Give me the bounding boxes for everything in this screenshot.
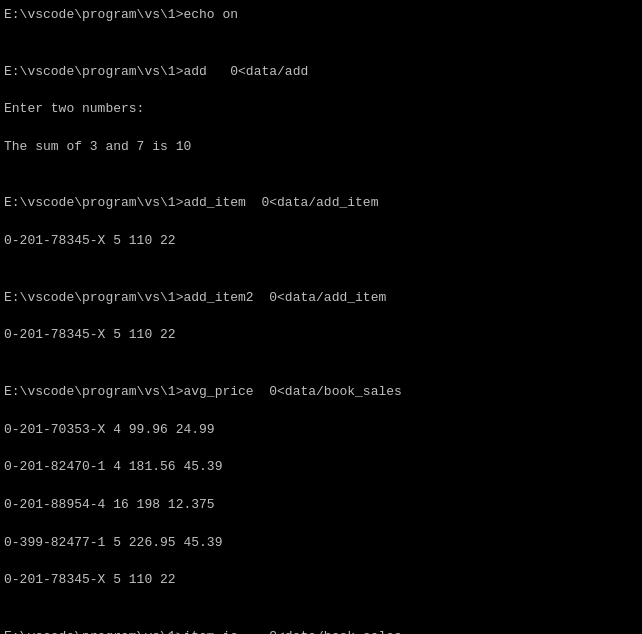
output-line: 0-201-88954-4 16 198 12.375 <box>4 496 638 515</box>
output-line: 0-201-78345-X 5 110 22 <box>4 326 638 345</box>
prompt-line: E:\vscode\program\vs\1>echo on <box>4 6 638 25</box>
prompt-line: E:\vscode\program\vs\1>item_io 0<data/bo… <box>4 628 638 634</box>
output-line: 0-201-70353-X 4 99.96 24.99 <box>4 421 638 440</box>
prompt-line: E:\vscode\program\vs\1>add_item 0<data/a… <box>4 194 638 213</box>
empty-line <box>4 270 638 289</box>
output-line: 0-201-78345-X 5 110 22 <box>4 232 638 251</box>
terminal-window: E:\vscode\program\vs\1>echo on E:\vscode… <box>4 6 638 634</box>
prompt-line: E:\vscode\program\vs\1>add 0<data/add <box>4 63 638 82</box>
empty-line <box>4 44 638 63</box>
empty-line <box>4 364 638 383</box>
prompt-line: E:\vscode\program\vs\1>avg_price 0<data/… <box>4 383 638 402</box>
output-line: 0-201-78345-X 5 110 22 <box>4 571 638 590</box>
prompt-line: E:\vscode\program\vs\1>add_item2 0<data/… <box>4 289 638 308</box>
empty-line <box>4 176 638 195</box>
output-line: The sum of 3 and 7 is 10 <box>4 138 638 157</box>
empty-line <box>4 609 638 628</box>
output-line: Enter two numbers: <box>4 100 638 119</box>
output-line: 0-201-82470-1 4 181.56 45.39 <box>4 458 638 477</box>
output-line: 0-399-82477-1 5 226.95 45.39 <box>4 534 638 553</box>
